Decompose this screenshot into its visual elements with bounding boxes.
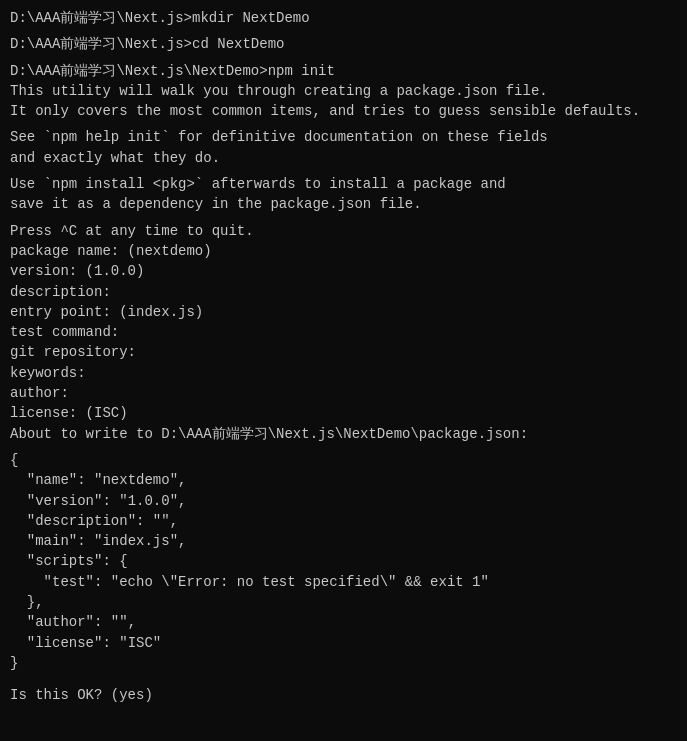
terminal-line: "version": "1.0.0",: [10, 491, 677, 511]
terminal-line: license: (ISC): [10, 403, 677, 423]
terminal-line: D:\AAA前端学习\Next.js\NextDemo>npm init: [10, 61, 677, 81]
terminal-line: author:: [10, 383, 677, 403]
terminal-line: and exactly what they do.: [10, 148, 677, 168]
terminal-line: "name": "nextdemo",: [10, 470, 677, 490]
terminal-line: git repository:: [10, 342, 677, 362]
terminal-line: "license": "ISC": [10, 633, 677, 653]
terminal-line: Is this OK? (yes): [10, 685, 677, 705]
terminal-line: "test": "echo \"Error: no test specified…: [10, 572, 677, 592]
terminal-line: package name: (nextdemo): [10, 241, 677, 261]
terminal-line: description:: [10, 282, 677, 302]
terminal-line: About to write to D:\AAA前端学习\Next.js\Nex…: [10, 424, 677, 444]
terminal-line: {: [10, 450, 677, 470]
terminal-line: This utility will walk you through creat…: [10, 81, 677, 101]
terminal-window: D:\AAA前端学习\Next.js>mkdir NextDemoD:\AAA前…: [0, 0, 687, 741]
terminal-line: save it as a dependency in the package.j…: [10, 194, 677, 214]
terminal-line: D:\AAA前端学习\Next.js>mkdir NextDemo: [10, 8, 677, 28]
terminal-line: },: [10, 592, 677, 612]
terminal-line: }: [10, 653, 677, 673]
terminal-line: Press ^C at any time to quit.: [10, 221, 677, 241]
terminal-line: "author": "",: [10, 612, 677, 632]
terminal-line: keywords:: [10, 363, 677, 383]
terminal-line: See `npm help init` for definitive docum…: [10, 127, 677, 147]
terminal-line: entry point: (index.js): [10, 302, 677, 322]
terminal-line: version: (1.0.0): [10, 261, 677, 281]
terminal-line: "description": "",: [10, 511, 677, 531]
terminal-line: D:\AAA前端学习\Next.js>cd NextDemo: [10, 34, 677, 54]
terminal-line: It only covers the most common items, an…: [10, 101, 677, 121]
terminal-line: "main": "index.js",: [10, 531, 677, 551]
terminal-line: Use `npm install <pkg>` afterwards to in…: [10, 174, 677, 194]
terminal-line: test command:: [10, 322, 677, 342]
terminal-line: "scripts": {: [10, 551, 677, 571]
